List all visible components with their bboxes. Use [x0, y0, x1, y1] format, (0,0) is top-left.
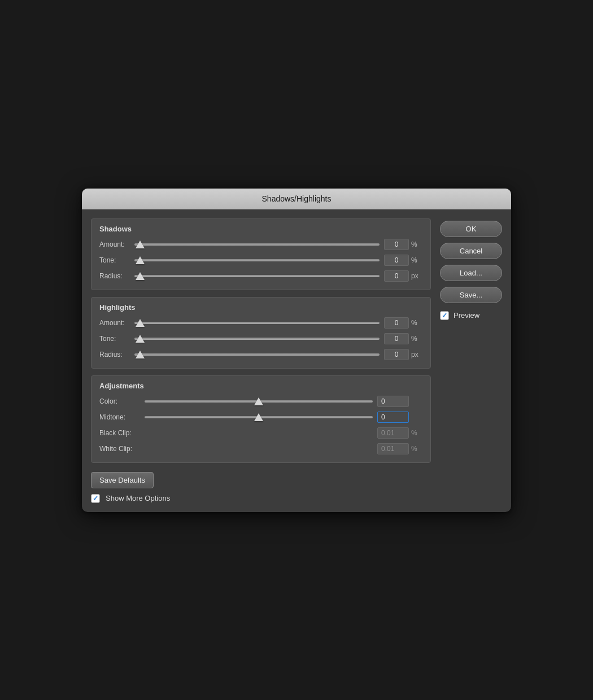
dialog-body: Shadows Amount: % Tone:: [82, 209, 511, 472]
preview-row: ✓ Preview: [440, 311, 502, 320]
highlights-radius-unit: px: [411, 351, 422, 358]
shadows-amount-input[interactable]: [384, 239, 409, 250]
highlights-tone-track: [134, 338, 380, 340]
highlights-amount-slider[interactable]: [134, 317, 380, 329]
highlights-tone-input[interactable]: [384, 333, 409, 344]
dialog-sidebar: OK Cancel Load... Save... ✓ Preview: [440, 218, 502, 463]
highlights-amount-input[interactable]: [384, 317, 409, 329]
shadows-amount-row: Amount: %: [99, 239, 422, 250]
shadows-tone-thumb: [136, 256, 145, 264]
adj-color-label: Color:: [99, 397, 145, 405]
highlights-tone-slider[interactable]: [134, 333, 380, 344]
adj-whiteclip-input[interactable]: [377, 443, 409, 454]
shadows-tone-unit: %: [411, 256, 422, 264]
save-button[interactable]: Save...: [440, 287, 502, 303]
ok-button[interactable]: OK: [440, 221, 502, 237]
adj-midtone-track: [145, 416, 373, 418]
highlights-amount-label: Amount:: [99, 319, 134, 327]
highlights-radius-thumb: [136, 351, 145, 358]
adj-midtone-thumb: [254, 413, 263, 421]
shadows-tone-slider[interactable]: [134, 255, 380, 266]
highlights-amount-track: [134, 322, 380, 324]
shadows-radius-label: Radius:: [99, 272, 134, 280]
highlights-radius-slider[interactable]: [134, 349, 380, 360]
preview-checkbox[interactable]: ✓: [440, 311, 449, 320]
shadows-radius-input[interactable]: [384, 270, 409, 282]
adj-whiteclip-row: White Clip: %: [99, 443, 422, 454]
adjustments-title: Adjustments: [99, 382, 422, 390]
shadows-amount-slider[interactable]: [134, 239, 380, 250]
load-button[interactable]: Load...: [440, 265, 502, 281]
highlights-tone-thumb: [136, 335, 145, 343]
adj-blackclip-label: Black Clip:: [99, 429, 145, 437]
highlights-radius-row: Radius: px: [99, 349, 422, 360]
adj-color-input[interactable]: [377, 396, 409, 407]
show-more-label: Show More Options: [106, 494, 170, 502]
highlights-title: Highlights: [99, 303, 422, 312]
highlights-amount-unit: %: [411, 319, 422, 327]
show-more-row: ✓ Show More Options: [91, 494, 502, 503]
highlights-section: Highlights Amount: % Tone:: [91, 297, 431, 369]
highlights-radius-track: [134, 353, 380, 356]
shadows-radius-track: [134, 275, 380, 277]
shadows-amount-label: Amount:: [99, 240, 134, 248]
adj-midtone-slider[interactable]: [145, 412, 373, 423]
highlights-amount-thumb: [136, 319, 145, 327]
shadows-radius-unit: px: [411, 272, 422, 280]
adj-color-row: Color:: [99, 396, 422, 407]
dialog-bottom: Save Defaults ✓ Show More Options: [82, 472, 511, 512]
dialog-main: Shadows Amount: % Tone:: [91, 218, 431, 463]
adjustments-section: Adjustments Color: Midtone:: [91, 375, 431, 463]
highlights-amount-row: Amount: %: [99, 317, 422, 329]
adj-color-thumb: [254, 397, 263, 405]
dialog-titlebar: Shadows/Highlights: [82, 189, 511, 209]
shadows-amount-thumb: [136, 240, 145, 248]
highlights-radius-label: Radius:: [99, 351, 134, 358]
shadows-tone-track: [134, 259, 380, 261]
adj-whiteclip-label: White Clip:: [99, 445, 145, 453]
highlights-radius-input[interactable]: [384, 349, 409, 360]
shadows-tone-label: Tone:: [99, 256, 134, 264]
adj-blackclip-input[interactable]: [377, 427, 409, 439]
adj-color-slider[interactable]: [145, 396, 373, 407]
shadows-radius-slider[interactable]: [134, 270, 380, 282]
preview-checkmark: ✓: [442, 312, 447, 319]
highlights-tone-label: Tone:: [99, 335, 134, 343]
highlights-tone-row: Tone: %: [99, 333, 422, 344]
shadows-amount-unit: %: [411, 240, 422, 248]
show-more-checkbox[interactable]: ✓: [91, 494, 100, 503]
shadows-title: Shadows: [99, 225, 422, 233]
shadows-radius-row: Radius: px: [99, 270, 422, 282]
adj-midtone-input[interactable]: [377, 412, 409, 423]
adj-blackclip-row: Black Clip: %: [99, 427, 422, 439]
save-defaults-button[interactable]: Save Defaults: [91, 472, 154, 488]
show-more-checkmark: ✓: [93, 495, 98, 502]
shadows-radius-thumb: [136, 272, 145, 280]
shadows-amount-track: [134, 243, 380, 246]
highlights-tone-unit: %: [411, 335, 422, 343]
adj-midtone-label: Midtone:: [99, 413, 145, 421]
shadows-section: Shadows Amount: % Tone:: [91, 218, 431, 290]
dialog-title: Shadows/Highlights: [262, 194, 332, 203]
cancel-button[interactable]: Cancel: [440, 243, 502, 259]
shadows-tone-input[interactable]: [384, 255, 409, 266]
adj-midtone-row: Midtone:: [99, 412, 422, 423]
preview-label: Preview: [454, 311, 479, 320]
shadows-tone-row: Tone: %: [99, 255, 422, 266]
shadows-highlights-dialog: Shadows/Highlights Shadows Amount: %: [82, 189, 511, 512]
adj-color-track: [145, 400, 373, 403]
adj-whiteclip-unit: %: [411, 445, 422, 453]
adj-blackclip-unit: %: [411, 429, 422, 437]
